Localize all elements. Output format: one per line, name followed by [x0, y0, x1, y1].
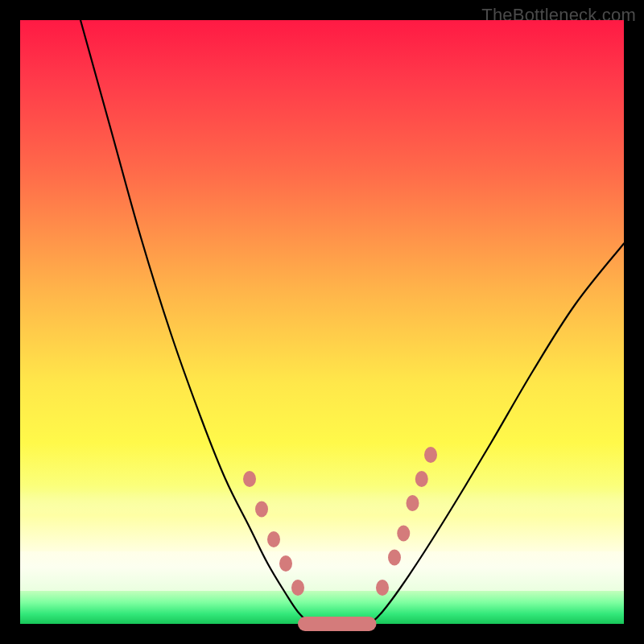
curve-layer [20, 20, 624, 624]
data-marker [376, 580, 389, 596]
plot-area [20, 20, 624, 624]
data-marker [291, 580, 304, 596]
data-marker [424, 447, 437, 463]
valley-floor-marker [298, 617, 377, 631]
data-marker [415, 471, 428, 487]
data-marker [255, 502, 268, 518]
right-branch-curve [370, 244, 624, 625]
data-marker [279, 555, 292, 572]
data-marker [407, 495, 419, 511]
markers-group [243, 447, 437, 631]
chart-stage: TheBottleneck.com [0, 0, 644, 644]
data-marker [243, 471, 256, 487]
data-marker [397, 526, 410, 542]
data-marker [267, 531, 280, 547]
data-marker [388, 550, 401, 566]
